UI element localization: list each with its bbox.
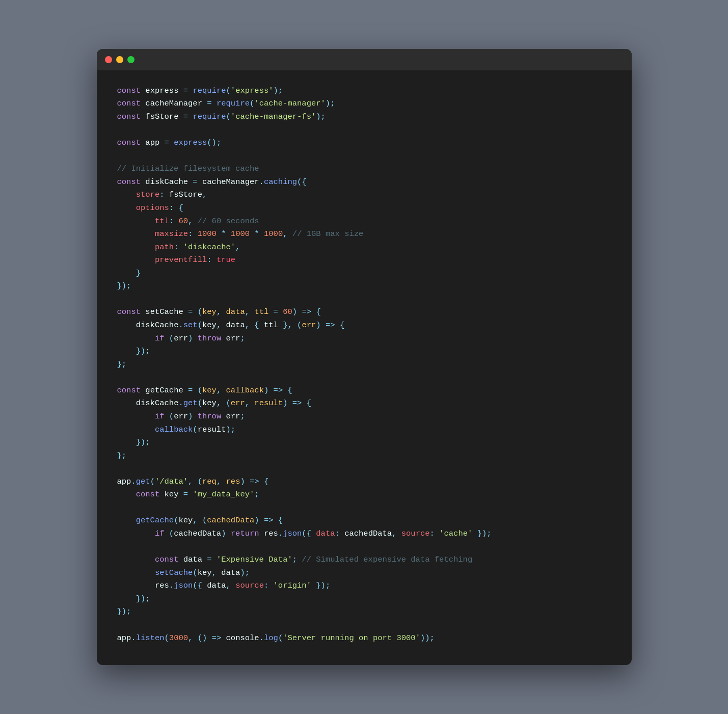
code-line: const express = require('express');: [117, 85, 611, 98]
code-line: const data = 'Expensive Data'; // Simula…: [117, 553, 611, 567]
code-line: store: fsStore,: [117, 189, 611, 202]
code-line: [117, 371, 611, 384]
code-line: });: [117, 436, 611, 449]
code-line: };: [117, 358, 611, 372]
code-line: const setCache = (key, data, ttl = 60) =…: [117, 306, 611, 319]
code-line: [117, 619, 611, 632]
code-line: preventfill: true: [117, 254, 611, 267]
code-line: const diskCache = cacheManager.caching({: [117, 176, 611, 189]
code-line: const app = express();: [117, 137, 611, 150]
maximize-button[interactable]: [127, 56, 134, 63]
code-line: if (err) throw err;: [117, 332, 611, 346]
code-line: ttl: 60, // 60 seconds: [117, 215, 611, 228]
code-line: options: {: [117, 202, 611, 215]
titlebar: [97, 49, 632, 70]
code-line: if (err) throw err;: [117, 410, 611, 424]
code-line: };: [117, 449, 611, 463]
code-line: const getCache = (key, callback) => {: [117, 384, 611, 398]
code-line: });: [117, 605, 611, 619]
code-line: });: [117, 345, 611, 358]
code-line: }: [117, 267, 611, 280]
code-line: [117, 501, 611, 515]
code-line: callback(result);: [117, 424, 611, 437]
code-line: const cacheManager = require('cache-mana…: [117, 97, 611, 111]
code-editor: const express = require('express'); cons…: [97, 70, 632, 665]
code-window: const express = require('express'); cons…: [97, 49, 632, 665]
code-line: res.json({ data, source: 'origin' });: [117, 579, 611, 593]
code-line: getCache(key, (cachedData) => {: [117, 514, 611, 527]
code-line: });: [117, 280, 611, 293]
code-line: path: 'diskcache',: [117, 241, 611, 254]
code-line: maxsize: 1000 * 1000 * 1000, // 1GB max …: [117, 228, 611, 241]
code-line: setCache(key, data);: [117, 567, 611, 580]
code-line: [117, 541, 611, 554]
code-line: app.get('/data', (req, res) => {: [117, 475, 611, 489]
close-button[interactable]: [105, 56, 112, 63]
code-line: [117, 462, 611, 475]
code-line: });: [117, 593, 611, 606]
code-line: [117, 293, 611, 306]
code-line: [117, 124, 611, 137]
code-line: [117, 150, 611, 163]
code-line: diskCache.set(key, data, { ttl }, (err) …: [117, 319, 611, 332]
code-line: app.listen(3000, () => console.log('Serv…: [117, 632, 611, 645]
minimize-button[interactable]: [116, 56, 123, 63]
code-line: if (cachedData) return res.json({ data: …: [117, 527, 611, 541]
code-line: const key = 'my_data_key';: [117, 488, 611, 501]
code-line: // Initialize filesystem cache: [117, 163, 611, 176]
code-line: const fsStore = require('cache-manager-f…: [117, 111, 611, 124]
code-line: diskCache.get(key, (err, result) => {: [117, 397, 611, 410]
